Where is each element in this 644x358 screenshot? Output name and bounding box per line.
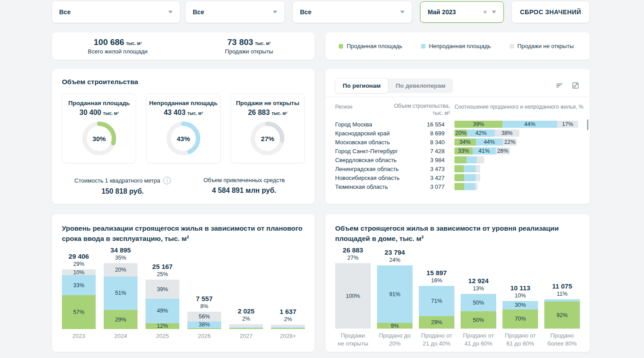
bar-2026: 7 557 8% 56% 38% 2026	[187, 295, 221, 340]
chevron-down-icon[interactable]	[168, 11, 173, 13]
region-ratio-bar: 34% 44% 22%	[454, 138, 517, 146]
bar-2025: 25 167 25% 39% 49% 12% 2025	[146, 263, 179, 340]
notopen-segment: 20%	[104, 263, 138, 277]
tab-by-developers[interactable]: По девелоперам	[388, 78, 453, 93]
region-ratio-bar	[454, 165, 480, 172]
chevron-down-icon[interactable]	[273, 11, 277, 13]
column-ratio: Соотношение проданного и непроданного жи…	[454, 104, 583, 110]
notopen-segment: 100%	[335, 263, 371, 329]
region-ratio-bar: 39% 44% 17%	[454, 121, 578, 128]
donut-unsold-value: 43 403	[164, 109, 186, 117]
notopen-segment: 10%	[62, 269, 96, 275]
unsold-segment	[464, 174, 476, 181]
scrollbar[interactable]	[587, 119, 588, 130]
unsold-segment: 33%	[62, 275, 96, 295]
table-row: Краснодарский край 8 699 20% 42% 38%	[325, 129, 590, 138]
filter-dropdown-2[interactable]: Все	[186, 1, 284, 23]
notopen-segment: 38%	[495, 130, 519, 137]
legend-item-unsold: Непроданная площадь	[421, 43, 491, 49]
close-icon[interactable]: ✕	[483, 9, 492, 15]
axis-label: Проданоболее 80%	[547, 332, 577, 347]
unsold-segment: 30%	[502, 301, 538, 309]
sold-segment: 50%	[461, 311, 496, 329]
stat-open-sales: 73 803 тыс. м² Продажи открыты	[183, 37, 315, 55]
unsold-segment	[464, 165, 476, 172]
price-value: 150 818 руб.	[62, 187, 183, 195]
sold-segment	[454, 165, 464, 172]
axis-label: Продано до20%	[379, 332, 410, 347]
region-volume: 7 428	[410, 148, 449, 155]
column-volume: Объем строительства, тыс. м²	[388, 103, 450, 117]
left-chart: 29 406 29% 10% 33% 57% 2023 34 895 35% 2…	[62, 246, 305, 340]
bar-sold-to-20: 23 794 24% 91% 9% Продано до20%	[377, 248, 413, 347]
table-row: Город Санкт-Петербург 7 428 33% 41% 26%	[325, 146, 590, 155]
unsold-segment: 38%	[187, 321, 221, 328]
filter-dropdown-1[interactable]: Все	[52, 1, 180, 23]
axis-label: 2027	[240, 332, 253, 340]
region-volume: 16 554	[410, 121, 449, 128]
unsold-segment: 41%	[473, 147, 495, 155]
axis-label: Продано от41 до 60%	[463, 332, 494, 347]
table-row: Новосибирская область 3 427	[325, 173, 590, 182]
donut-unsold-unit: тыс. м²	[187, 111, 203, 116]
stat-open-value: 73 803	[227, 37, 253, 47]
sold-segment	[454, 156, 466, 163]
donut-card-sold: Проданная площадь 30 400 тыс. м² 30%	[62, 94, 136, 163]
donut-card-unsold: Непроданная площадь 43 403 тыс. м² 43%	[146, 94, 220, 163]
right-chart-title: Объем строящегося жилья в зависимости от…	[335, 223, 580, 244]
donut-notopen-title: Продажи не открыты	[231, 100, 304, 106]
stat-total-label: Всего жилой площади	[88, 48, 147, 55]
filter-dropdown-3-value: Все	[300, 8, 312, 16]
volume-card-title: Объем строительства	[62, 78, 138, 86]
right-chart: 26 883 27% 100% Продажине открыты 23 794…	[335, 246, 580, 347]
reset-filters-button[interactable]: СБРОС ЗНАЧЕНИЙ	[512, 1, 589, 23]
donut-chart-notopen: 27%	[249, 120, 286, 157]
chevron-down-icon[interactable]	[492, 11, 496, 13]
axis-label: Продано от21 до 40%	[421, 332, 452, 347]
sold-segment: 57%	[62, 295, 96, 329]
donut-card-notopen: Продажи не открыты 26 883 тыс. м² 27%	[231, 94, 305, 163]
bar-sold-over-80: 11 075 11% 92% Проданоболее 80%	[544, 282, 580, 347]
notopen-segment	[476, 174, 480, 181]
notopen-segment	[229, 324, 263, 327]
axis-label: 2024	[114, 332, 127, 340]
donut-notopen-percent: 27%	[249, 120, 286, 157]
expand-icon[interactable]	[572, 82, 579, 89]
bar-not-open: 26 883 27% 100% Продажине открыты	[335, 246, 371, 347]
region-name: Город Москва	[335, 121, 410, 128]
filter-dropdown-period[interactable]: Май 2023 ✕	[420, 1, 504, 23]
region-ratio-bar: 20% 42% 38%	[454, 130, 519, 137]
axis-label: 2023	[73, 332, 85, 340]
donut-sold-value: 30 400	[80, 109, 101, 117]
legend-item-sold: Проданная площадь	[339, 43, 402, 49]
sort-icon[interactable]	[556, 82, 563, 89]
axis-label: 2025	[156, 332, 169, 340]
attracted-funds: Объем привлеченных средств 4 584 891 млн…	[183, 177, 305, 195]
donut-sold-percent: 30%	[81, 120, 118, 157]
legend-item-notopen: Продажи не открыты	[510, 43, 574, 49]
volume-card-footer: Стоимость 1 квадратного метра i 150 818 …	[62, 177, 305, 195]
notopen-segment: 17%	[557, 121, 578, 128]
bar-2024: 34 895 35% 20% 51% 29% 2024	[104, 246, 138, 340]
notopen-segment: 22%	[503, 138, 517, 146]
realization-level-chart-card: Объем строящегося жилья в зависимости от…	[325, 214, 590, 352]
donut-notopen-value: 26 883	[248, 109, 270, 117]
notopen-segment: 56%	[187, 312, 221, 321]
completion-year-chart-card: Уровень реализации строящегося жилья в з…	[52, 214, 315, 352]
sold-segment: 92%	[544, 301, 580, 329]
filter-dropdown-3[interactable]: Все	[293, 1, 412, 23]
region-name: Краснодарский край	[335, 130, 410, 137]
notopen-color-swatch	[510, 44, 514, 49]
unsold-segment: 49%	[146, 299, 179, 323]
region-ratio-bar	[454, 174, 480, 181]
sold-segment: 70%	[502, 309, 538, 329]
stat-total-value: 100 686	[94, 37, 125, 47]
stat-open-unit: тыс. м²	[255, 41, 271, 46]
donut-chart-unsold: 43%	[165, 120, 202, 157]
region-ratio-bar: 33% 41% 26%	[454, 147, 510, 155]
table-row: Московская область 8 340 34% 44% 22%	[325, 138, 590, 146]
chevron-down-icon[interactable]	[400, 11, 405, 13]
info-icon[interactable]: i	[163, 177, 171, 184]
tab-by-regions[interactable]: По регионам	[335, 78, 389, 94]
left-chart-title: Уровень реализации строящегося жилья в з…	[62, 223, 305, 244]
